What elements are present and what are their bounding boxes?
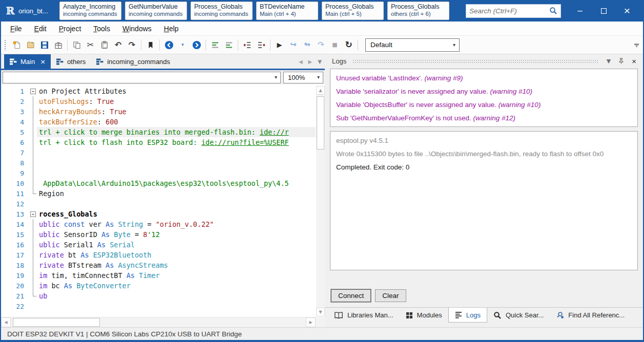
code-line-3[interactable]: 3heckArrayBounds: True (1, 106, 316, 117)
code-line-8[interactable]: 8 (1, 158, 316, 168)
menu-item-tools[interactable]: Tools (87, 23, 116, 35)
code-line-17[interactable]: 17rivate bt As ESP32Bluetooth (1, 250, 316, 260)
code-line-11[interactable]: 11Region (1, 188, 316, 199)
bookmark-tab-5[interactable]: Process_GlobalsMain (ctrl + 5) (322, 2, 384, 20)
code-line-22[interactable]: 22 (1, 301, 316, 311)
outdent-icon[interactable] (240, 39, 254, 51)
horizontal-scrollbar[interactable]: ◀ ▶ (1, 317, 316, 327)
step-out-icon[interactable]: ↷ (314, 39, 328, 51)
warning-line-4[interactable]: Sub 'GetNumberValueFromKey' is not used.… (336, 112, 632, 125)
bookmark-tab-3[interactable]: Process_Globalsincoming commands (191, 2, 253, 20)
panel-drag-handle[interactable] (352, 59, 599, 63)
indent-icon[interactable] (254, 39, 268, 51)
bookmark-tab-6[interactable]: Process_Globalsothers (ctrl + 6) (387, 2, 449, 20)
build-configuration-select[interactable]: Default ▾ (365, 38, 460, 52)
code-line-20[interactable]: 20im bc As ByteConverter (1, 281, 316, 291)
vertical-scroll-thumb[interactable] (317, 96, 324, 149)
vertical-scrollbar[interactable]: ▲ ▼ (316, 86, 325, 316)
open-file-icon[interactable] (24, 39, 37, 51)
toolbar-overflow-button[interactable]: ▬▾ (634, 42, 640, 48)
pin-icon[interactable] (616, 57, 626, 65)
fold-collapse-icon[interactable] (30, 211, 36, 217)
uncomment-icon[interactable] (222, 39, 236, 51)
code-line-4[interactable]: 4tackBufferSize: 600 (1, 117, 316, 127)
connect-button[interactable]: Connect (331, 289, 371, 302)
menu-item-windows[interactable]: Windows (116, 23, 158, 35)
step-over-icon[interactable]: ↬ (300, 39, 314, 51)
code-line-10[interactable]: 10 AppData\Local\Arduino15\packages\esp3… (1, 178, 316, 188)
tab-close-icon[interactable]: × (40, 58, 46, 65)
code-line-14[interactable]: 14ublic const ver As String = "orion_v.0… (1, 219, 316, 229)
chevron-right-icon[interactable]: ▶ (308, 59, 313, 65)
menu-item-edit[interactable]: Edit (28, 23, 53, 35)
chevron-left-icon[interactable]: ◀ (299, 59, 303, 65)
new-file-icon[interactable] (10, 39, 24, 51)
minimize-button[interactable]: – (568, 3, 592, 18)
editor-tab-main[interactable]: Main× (4, 54, 51, 69)
save-icon[interactable] (37, 39, 51, 51)
fold-margin[interactable] (30, 209, 37, 219)
scroll-right-icon[interactable]: ▶ (306, 317, 316, 327)
fold-collapse-icon[interactable] (30, 89, 36, 94)
editor-zoom-select[interactable]: 100% ▾ (283, 72, 323, 83)
save-all-icon[interactable] (51, 39, 65, 51)
toolbar-grip[interactable] (4, 39, 7, 51)
menu-item-file[interactable]: File (4, 23, 28, 35)
code-line-5[interactable]: 5trl + click to merge binaries into merg… (1, 127, 316, 137)
menu-item-project[interactable]: Project (53, 23, 88, 35)
code-line-15[interactable]: 15ublic SensorID As Byte = 8'12 (1, 229, 316, 240)
code-line-19[interactable]: 19im tim, timConnectBT As Timer (1, 270, 316, 281)
editor-tab-others[interactable]: others (51, 54, 91, 69)
code-line-9[interactable]: 9 (1, 168, 316, 178)
code-line-2[interactable]: 2utoFlushLogs: True (1, 96, 316, 106)
code-link[interactable]: ide://run?file=%USERF (201, 138, 289, 146)
undo-icon[interactable]: ↶ (111, 39, 125, 51)
panel-close-icon[interactable]: × (630, 57, 638, 66)
chevron-down-icon[interactable]: ▼ (318, 59, 322, 65)
nav-back-icon[interactable] (162, 39, 176, 51)
bookmark-icon[interactable] (143, 39, 157, 51)
code-line-12[interactable]: 12 (1, 199, 316, 209)
fold-margin[interactable] (30, 86, 37, 96)
code-line-16[interactable]: 16ublic Serial1 As Serial (1, 240, 316, 250)
search-input[interactable] (469, 7, 549, 15)
bookmark-tab-2[interactable]: GetNumberValueincoming commands (125, 2, 187, 20)
panel-tab-quick-sear[interactable]: Quick Sear... (487, 308, 550, 323)
code-line-18[interactable]: 18rivate BTstream As AsyncStreams (1, 260, 316, 270)
scroll-up-icon[interactable]: ▲ (316, 86, 325, 95)
nav-back-menu-icon[interactable]: ▾ (176, 39, 190, 51)
warning-line-3[interactable]: Variable 'ObjectsBuffer' is never assign… (336, 98, 632, 112)
scroll-down-icon[interactable]: ▼ (316, 308, 325, 316)
menu-item-help[interactable]: Help (158, 23, 185, 35)
panel-tab-libraries-man[interactable]: Libraries Man... (328, 308, 400, 323)
panel-tab-modules[interactable]: Modules (400, 308, 448, 323)
rebuild-icon[interactable]: ↻ (342, 39, 356, 51)
warning-line-2[interactable]: Variable 'serializator' is never assigne… (336, 85, 632, 98)
editor-tab-incoming_commands[interactable]: incoming_commands (91, 54, 175, 69)
panel-menu-chevron-down-icon[interactable]: ▼ (605, 58, 612, 64)
code-editor[interactable]: 1on Project Attributes2utoFlushLogs: Tru… (1, 84, 325, 327)
code-line-21[interactable]: 21ub (1, 291, 316, 301)
clear-button[interactable]: Clear (375, 289, 406, 302)
step-into-icon[interactable]: ↪ (286, 39, 300, 51)
code-line-1[interactable]: 1on Project Attributes (1, 86, 316, 96)
cut-icon[interactable]: ✂ (84, 39, 97, 51)
paste-icon[interactable] (97, 39, 111, 51)
code-line-13[interactable]: 13rocess_Globals (1, 209, 316, 219)
close-button[interactable]: × (615, 3, 639, 18)
copy-icon[interactable] (70, 39, 84, 51)
stop-icon[interactable]: ■ (328, 39, 342, 51)
bookmark-tab-1[interactable]: Analyze_Incomingincoming commands (59, 2, 121, 20)
panel-tab-find-all-referenc[interactable]: Find All Referenc... (550, 308, 631, 323)
code-line-7[interactable]: 7 (1, 147, 316, 158)
search-icon[interactable] (549, 7, 557, 15)
panel-tab-logs[interactable]: Logs (448, 308, 487, 323)
maximize-button[interactable] (592, 3, 615, 18)
redo-icon[interactable]: ↷ (125, 39, 139, 51)
code-line-6[interactable]: 6trl + click to flash into ESP32 board: … (1, 137, 316, 147)
comment-icon[interactable] (208, 39, 222, 51)
bookmark-tab-4[interactable]: BTDeviceNameMain (ctrl + 4) (256, 2, 318, 20)
code-link[interactable]: ide://r (260, 128, 289, 136)
run-icon[interactable]: ▶ (273, 39, 286, 51)
nav-forward-icon[interactable] (190, 39, 203, 51)
